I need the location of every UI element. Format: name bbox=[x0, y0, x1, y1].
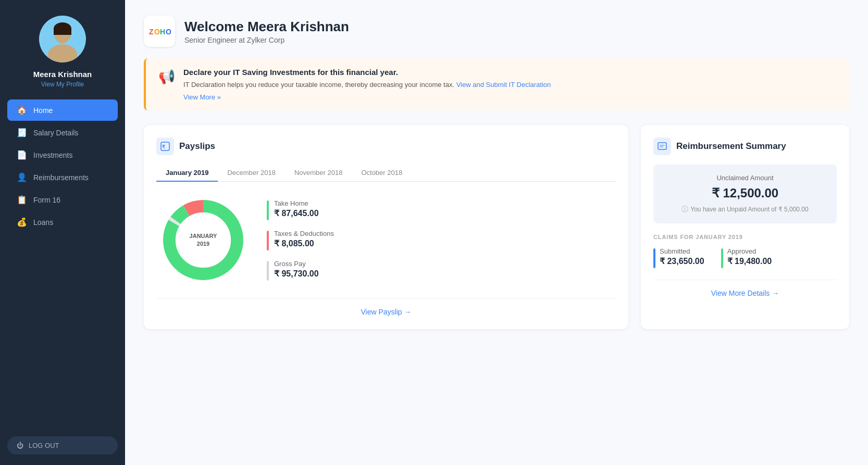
gross-label: Gross Pay bbox=[274, 260, 319, 268]
unclaimed-amount: ₹ 12,500.00 bbox=[663, 186, 827, 200]
donut-label: JANUARY 2019 bbox=[190, 232, 217, 248]
form16-icon: 📋 bbox=[17, 195, 27, 205]
investments-icon: 📄 bbox=[17, 150, 27, 160]
gross-item: Gross Pay ₹ 95,730.00 bbox=[267, 260, 616, 281]
take-home-amount: ₹ 87,645.00 bbox=[274, 208, 319, 218]
sidebar-item-loans-label: Loans bbox=[33, 218, 53, 227]
it-declaration-banner: 📢 Declare your IT Saving Investments for… bbox=[144, 58, 849, 110]
reimbursement-title: Reimbursement Summary bbox=[676, 141, 786, 152]
view-profile-link[interactable]: View My Profile bbox=[41, 81, 84, 88]
taxes-item: Taxes & Deductions ₹ 8,085.00 bbox=[267, 230, 616, 250]
payslips-footer: View Payslip → bbox=[156, 298, 616, 317]
submitted-amount: ₹ 23,650.00 bbox=[660, 256, 704, 266]
zoho-logo: Z O H O bbox=[144, 16, 175, 47]
take-home-bar bbox=[267, 200, 269, 220]
submitted-label: Submitted bbox=[660, 247, 704, 255]
logout-label: LOG OUT bbox=[29, 442, 59, 449]
gross-bar bbox=[267, 261, 269, 281]
it-declaration-link[interactable]: View and Submit IT Declaration bbox=[456, 81, 551, 89]
banner-title: Declare your IT Saving Investments for t… bbox=[183, 68, 551, 77]
approved-item: Approved ₹ 19,480.00 bbox=[721, 247, 772, 268]
submitted-bar bbox=[653, 248, 655, 268]
svg-text:H: H bbox=[160, 28, 165, 36]
banner-content: Declare your IT Saving Investments for t… bbox=[183, 68, 551, 101]
claims-row: Submitted ₹ 23,650.00 Approved ₹ 19,480.… bbox=[653, 247, 837, 268]
tab-november-2018[interactable]: November 2018 bbox=[285, 165, 352, 182]
reimbursement-footer: View More Details → bbox=[653, 280, 837, 298]
unpaid-note: ⓘ You have an Unpaid Amount of ₹ 5,000.0… bbox=[663, 205, 827, 214]
salary-icon: 🧾 bbox=[17, 128, 27, 137]
svg-text:O: O bbox=[154, 28, 160, 36]
sidebar-bottom: ⏻ LOG OUT bbox=[0, 436, 125, 455]
banner-text: IT Declaration helps you reduce your tax… bbox=[183, 80, 551, 90]
sidebar-item-form16[interactable]: 📋 Form 16 bbox=[7, 189, 118, 210]
gross-values: Gross Pay ₹ 95,730.00 bbox=[274, 260, 319, 279]
welcome-subtitle: Senior Engineer at Zylker Corp bbox=[184, 36, 349, 44]
payslips-card: ₹ Payslips January 2019 December 2018 No… bbox=[144, 125, 628, 329]
approved-label: Approved bbox=[727, 247, 772, 255]
welcome-text: Welcome Meera Krishnan Senior Engineer a… bbox=[184, 19, 349, 44]
reimbursement-card: Reimbursement Summary Unclaimed Amount ₹… bbox=[641, 125, 849, 329]
view-payslip-link[interactable]: View Payslip → bbox=[361, 308, 411, 316]
svg-text:O: O bbox=[166, 28, 171, 36]
sidebar: Meera Krishnan View My Profile 🏠 Home 🧾 … bbox=[0, 0, 125, 465]
logout-button[interactable]: ⏻ LOG OUT bbox=[7, 436, 118, 455]
svg-rect-4 bbox=[54, 29, 71, 35]
reimbursement-card-header: Reimbursement Summary bbox=[653, 137, 837, 155]
take-home-label: Take Home bbox=[274, 199, 319, 207]
donut-chart: JANUARY 2019 bbox=[156, 193, 250, 287]
unclaimed-box: Unclaimed Amount ₹ 12,500.00 ⓘ You have … bbox=[653, 165, 837, 223]
loans-icon: 💰 bbox=[17, 217, 27, 227]
welcome-header: Z O H O Welcome Meera Krishnan Senior En… bbox=[144, 16, 849, 47]
avatar bbox=[39, 16, 86, 62]
sidebar-item-reimbursements[interactable]: 👤 Reimbursements bbox=[7, 167, 118, 188]
payslips-title: Payslips bbox=[179, 141, 215, 152]
megaphone-icon: 📢 bbox=[158, 69, 175, 85]
reimbursement-icon bbox=[653, 137, 671, 155]
svg-text:₹: ₹ bbox=[162, 144, 165, 149]
take-home-values: Take Home ₹ 87,645.00 bbox=[274, 199, 319, 218]
salary-items: Take Home ₹ 87,645.00 Taxes & Deductions… bbox=[267, 199, 616, 281]
payslips-card-header: ₹ Payslips bbox=[156, 137, 616, 155]
approved-values: Approved ₹ 19,480.00 bbox=[727, 247, 772, 266]
payslips-icon: ₹ bbox=[156, 137, 174, 155]
submitted-values: Submitted ₹ 23,650.00 bbox=[660, 247, 704, 266]
main-content: Z O H O Welcome Meera Krishnan Senior En… bbox=[125, 0, 868, 465]
payslip-content: JANUARY 2019 Take Home ₹ 87,645.00 bbox=[156, 193, 616, 287]
cards-row: ₹ Payslips January 2019 December 2018 No… bbox=[144, 125, 849, 329]
tab-january-2019[interactable]: January 2019 bbox=[156, 165, 218, 182]
submitted-item: Submitted ₹ 23,650.00 bbox=[653, 247, 704, 268]
welcome-title: Welcome Meera Krishnan bbox=[184, 19, 349, 35]
sidebar-item-investments-label: Investments bbox=[33, 151, 72, 159]
sidebar-item-reimbursements-label: Reimbursements bbox=[33, 173, 89, 182]
tab-december-2018[interactable]: December 2018 bbox=[218, 165, 285, 182]
taxes-amount: ₹ 8,085.00 bbox=[274, 238, 334, 248]
approved-amount: ₹ 19,480.00 bbox=[727, 256, 772, 266]
banner-view-more-link[interactable]: View More » bbox=[183, 93, 551, 101]
sidebar-item-salary[interactable]: 🧾 Salary Details bbox=[7, 122, 118, 143]
sidebar-item-investments[interactable]: 📄 Investments bbox=[7, 144, 118, 166]
sidebar-item-form16-label: Form 16 bbox=[33, 196, 60, 204]
taxes-bar bbox=[267, 231, 269, 250]
claims-title: CLAIMS FOR JANUARY 2019 bbox=[653, 234, 837, 240]
sidebar-item-home-label: Home bbox=[33, 106, 53, 115]
avatar-image bbox=[39, 16, 86, 62]
approved-bar bbox=[721, 248, 723, 268]
power-icon: ⏻ bbox=[17, 442, 23, 449]
tab-october-2018[interactable]: October 2018 bbox=[352, 165, 412, 182]
sidebar-item-home[interactable]: 🏠 Home bbox=[7, 99, 118, 121]
user-name: Meera Krishnan bbox=[33, 70, 92, 79]
gross-amount: ₹ 95,730.00 bbox=[274, 269, 319, 279]
sidebar-item-loans[interactable]: 💰 Loans bbox=[7, 211, 118, 233]
reimbursements-icon: 👤 bbox=[17, 172, 27, 182]
taxes-label: Taxes & Deductions bbox=[274, 230, 334, 237]
home-icon: 🏠 bbox=[17, 105, 27, 115]
take-home-item: Take Home ₹ 87,645.00 bbox=[267, 199, 616, 220]
taxes-values: Taxes & Deductions ₹ 8,085.00 bbox=[274, 230, 334, 248]
svg-rect-16 bbox=[658, 143, 666, 149]
view-reimbursement-link[interactable]: View More Details → bbox=[711, 289, 779, 297]
payslip-tabs: January 2019 December 2018 November 2018… bbox=[156, 165, 616, 182]
svg-text:Z: Z bbox=[149, 28, 154, 36]
sidebar-item-salary-label: Salary Details bbox=[33, 129, 78, 137]
info-icon: ⓘ bbox=[681, 205, 688, 214]
